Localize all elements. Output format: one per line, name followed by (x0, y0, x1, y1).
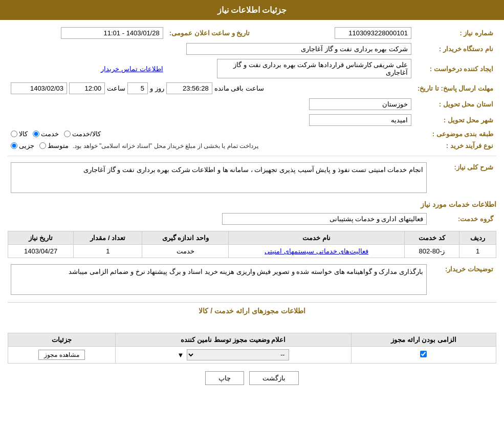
status-cell: -- ▼ (115, 347, 351, 364)
required-cell (351, 347, 496, 364)
chevron-down-icon: ▼ (177, 351, 184, 359)
row-number: 1 (459, 245, 496, 258)
process-type-label: نوع فرآیند خرید : (414, 140, 496, 152)
row-date: 1403/04/27 (8, 245, 74, 258)
row-service: فعالیت‌های خدماتی سیستمهای امنیتی (229, 245, 404, 258)
col-code: کد خدمت (404, 231, 459, 245)
classification-label: طبقه بندی موضوعی : (414, 128, 496, 140)
kala-khedmat-radio[interactable] (64, 131, 71, 137)
contact-link[interactable]: اطلاعات تماس خریدار (101, 65, 163, 73)
buyer-org-label: نام دستگاه خریدار : (414, 41, 496, 57)
back-button[interactable]: بازگشت (249, 371, 299, 385)
view-license-button[interactable]: مشاهده مجوز (38, 350, 84, 360)
page-header: جزئیات اطلاعات نیاز (0, 0, 504, 20)
col-required: الزامی بودن ارائه مجوز (351, 333, 496, 347)
jazee-radio[interactable] (11, 142, 17, 149)
motavaset-radio[interactable] (39, 142, 46, 149)
status-select[interactable]: -- (187, 349, 289, 360)
creator-label: ایجاد کننده درخواست : (414, 57, 496, 80)
license-row: -- ▼ مشاهده مجوز (8, 347, 496, 364)
services-grid: ردیف کد خدمت نام خدمت واحد اندازه گیری ت… (8, 231, 496, 258)
kala-khedmat-label: کالا/خدمت (72, 130, 101, 138)
jazee-label: جزیی (19, 142, 34, 150)
khedmat-label: خدمت (41, 130, 59, 138)
service-link[interactable]: فعالیت‌های خدماتی سیستمهای امنیتی (265, 247, 368, 255)
row-unit: خدمت (142, 245, 229, 258)
remaining-value: 23:56:28 (166, 82, 212, 94)
col-service: نام خدمت (229, 231, 404, 245)
divider-1 (8, 156, 496, 156)
kala-label: کالا (19, 130, 28, 138)
table-row: 1 ز-80-802 فعالیت‌های خدماتی سیستمهای ام… (8, 245, 496, 258)
licenses-title: اطلاعات مجوزهای ارائه خدمت / کالا (8, 302, 496, 315)
date-value: 1403/02/03 (11, 82, 67, 94)
col-status: اعلام وضعیت مجوز توسط نامین کننده (115, 333, 351, 347)
view-btn-cell: مشاهده مجوز (8, 347, 116, 364)
col-row: ردیف (459, 231, 496, 245)
licenses-grid: الزامی بودن ارائه مجوز اعلام وضعیت مجوز … (8, 333, 496, 364)
col-details: جزئیات (8, 333, 116, 347)
motavaset-label: متوسط (48, 142, 69, 150)
col-unit: واحد اندازه گیری (142, 231, 229, 245)
remaining-label: ساعت باقی مانده (214, 84, 264, 92)
required-checkbox[interactable] (420, 351, 427, 357)
province-value: خوزستان (309, 98, 411, 110)
row-code: ز-80-802 (404, 245, 459, 258)
buyer-org-value: شرکت بهره برداری نفت و گاز آغاجاری (186, 43, 411, 55)
day-label: روز و (150, 84, 164, 92)
process-notice: پرداخت تمام یا بخشی از مبلغ خریداز محل "… (73, 142, 258, 150)
footer-buttons: بازگشت چاپ (8, 371, 496, 385)
kala-radio[interactable] (11, 131, 17, 137)
col-date: تاریخ نیاز (8, 231, 74, 245)
description-text: انجام خدمات امنیتی تست نفوذ و پایش آسیب … (11, 162, 427, 193)
public-announce-label: تاریخ و ساعت اعلان عمومی: (166, 25, 253, 41)
time-label: ساعت (107, 84, 125, 92)
province-label: استان محل تحویل : (414, 96, 496, 112)
service-group-label: گروه خدمت: (430, 211, 496, 227)
col-count: تعداد / مقدار (74, 231, 142, 245)
public-announce-value: 1403/01/28 - 11:01 (61, 27, 163, 39)
city-label: شهر محل تحویل : (414, 112, 496, 128)
need-number-value: 1103093228000101 (335, 27, 411, 39)
description-label: شرح کلی نیاز: (430, 160, 496, 195)
time-value: 12:00 (69, 82, 105, 94)
row-count: 1 (74, 245, 142, 258)
creator-value: علی شریفی کارشناس قراردادها شرکت بهره بر… (217, 59, 411, 78)
print-button[interactable]: چاپ (205, 371, 244, 385)
spacer (8, 317, 496, 333)
city-value: امیدیه (309, 114, 411, 126)
deadline-label: مهلت ارسال پاسخ: تا تاریخ: (414, 80, 496, 96)
service-group-value: فعالیتهای اداری و خدمات پشتیبانی (222, 213, 427, 225)
khedmat-radio[interactable] (33, 131, 39, 137)
buyer-notes-text: بارگذاری مدارک و گواهینامه های خواسته شد… (11, 264, 427, 295)
buyer-notes-label: توضیحات خریدار: (430, 262, 496, 297)
need-number-label: شماره نیاز : (414, 25, 496, 41)
services-title: اطلاعات خدمات مورد نیاز (8, 200, 496, 208)
days-value: 5 (127, 82, 148, 94)
header-title: جزئیات اطلاعات نیاز (217, 6, 287, 14)
